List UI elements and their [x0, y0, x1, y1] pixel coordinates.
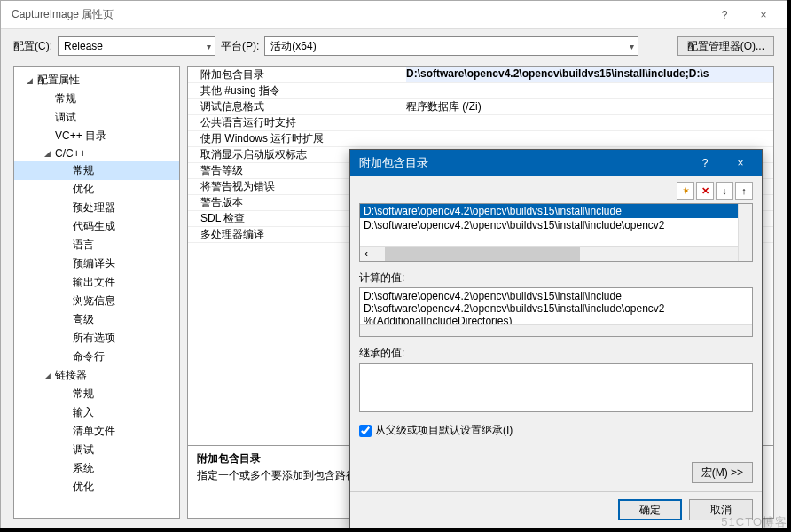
modal-footer: 确定 取消: [350, 491, 762, 528]
inherit-label: 从父级或项目默认设置继承(I): [375, 423, 513, 438]
tree-item[interactable]: 浏览信息: [14, 292, 179, 310]
inherited-label: 继承的值:: [359, 346, 753, 361]
chevron-down-icon: ▾: [630, 42, 634, 51]
move-down-icon[interactable]: ↓: [716, 182, 733, 200]
grid-row[interactable]: 附加包含目录D:\software\opencv4.2\opencv\build…: [188, 67, 773, 83]
chevron-down-icon: ▾: [207, 42, 211, 51]
calculated-box: D:\software\opencv4.2\opencv\buildvs15\i…: [359, 287, 753, 337]
grid-row[interactable]: 其他 #using 指令: [188, 83, 773, 99]
hscrollbar[interactable]: ‹: [360, 246, 738, 261]
grid-row[interactable]: 使用 Windows 运行时扩展: [188, 131, 773, 147]
tree-item[interactable]: VC++ 目录: [14, 127, 179, 145]
tree-item[interactable]: 高级: [14, 310, 179, 329]
tree-item[interactable]: 调试: [14, 108, 179, 127]
grid-value[interactable]: [406, 83, 773, 98]
additional-include-dialog: 附加包含目录 ? × ✶ ✕ ↓ ↑ D:\software\opencv4.2…: [349, 149, 763, 528]
grid-key: 附加包含目录: [188, 67, 406, 82]
grid-key: 公共语言运行时支持: [188, 115, 406, 130]
paths-listbox[interactable]: D:\software\opencv4.2\opencv\buildvs15\i…: [359, 203, 753, 262]
config-value: Release: [64, 40, 103, 52]
tree-item[interactable]: 清单文件: [14, 422, 179, 441]
config-combo[interactable]: Release ▾: [58, 36, 215, 56]
collapse-icon: ◢: [27, 76, 37, 85]
config-label: 配置(C):: [13, 39, 52, 54]
tree-item[interactable]: 优化: [14, 180, 179, 199]
tree-item[interactable]: 常规: [14, 161, 179, 180]
toolbar: 配置(C): Release ▾ 平台(P): 活动(x64) ▾ 配置管理器(…: [1, 29, 787, 63]
tree-item[interactable]: 优化: [14, 478, 179, 497]
tree-item[interactable]: ◢链接器: [14, 366, 179, 385]
list-item[interactable]: D:\software\opencv4.2\opencv\buildvs15\i…: [360, 204, 752, 218]
platform-value: 活动(x64): [270, 39, 316, 54]
tree-item[interactable]: 预编译头: [14, 254, 179, 273]
nav-tree[interactable]: ◢配置属性 常规调试VC++ 目录◢C/C++常规优化预处理器代码生成语言预编译…: [13, 66, 180, 519]
tree-item[interactable]: 系统: [14, 459, 179, 478]
collapse-icon: ◢: [44, 149, 55, 158]
grid-value[interactable]: D:\software\opencv4.2\opencv\buildvs15\i…: [406, 67, 773, 82]
calc-item: D:\software\opencv4.2\opencv\buildvs15\i…: [364, 302, 748, 315]
delete-icon[interactable]: ✕: [696, 182, 714, 200]
window-title: CaptureImage 属性页: [12, 7, 705, 22]
move-up-icon[interactable]: ↑: [735, 182, 753, 200]
ok-button[interactable]: 确定: [618, 499, 682, 520]
platform-combo[interactable]: 活动(x64) ▾: [264, 36, 638, 56]
help-button[interactable]: ?: [705, 2, 744, 28]
titlebar: CaptureImage 属性页 ? ×: [1, 1, 787, 29]
grid-key: 调试信息格式: [188, 99, 406, 114]
grid-value[interactable]: [406, 115, 773, 130]
new-line-icon[interactable]: ✶: [677, 182, 694, 200]
inherit-checkbox-row: 从父级或项目默认设置继承(I): [359, 423, 753, 438]
platform-label: 平台(P):: [221, 39, 259, 54]
modal-help-button[interactable]: ?: [687, 151, 723, 176]
calc-item: D:\software\opencv4.2\opencv\buildvs15\i…: [364, 290, 748, 302]
grid-value[interactable]: [406, 131, 773, 146]
inherit-checkbox[interactable]: [359, 425, 372, 437]
inherited-box: [359, 363, 753, 412]
vscrollbar[interactable]: [738, 204, 752, 261]
hscrollbar[interactable]: [360, 324, 752, 336]
modal-close-button[interactable]: ×: [723, 151, 758, 176]
tree-item[interactable]: 常规: [14, 90, 179, 108]
tree-item[interactable]: ◢C/C++: [14, 145, 179, 161]
grid-key: 使用 Windows 运行时扩展: [188, 131, 406, 146]
modal-title: 附加包含目录: [359, 155, 687, 171]
tree-item[interactable]: 输出文件: [14, 273, 179, 292]
collapse-icon: ◢: [44, 372, 55, 380]
modal-titlebar: 附加包含目录 ? ×: [350, 150, 762, 176]
list-toolbar: ✶ ✕ ↓ ↑: [359, 182, 753, 200]
tree-item[interactable]: 语言: [14, 236, 179, 254]
modal-body: ✶ ✕ ↓ ↑ D:\software\opencv4.2\opencv\bui…: [350, 176, 762, 491]
tree-item[interactable]: 代码生成: [14, 217, 179, 236]
calculated-label: 计算的值:: [359, 270, 753, 286]
macro-button[interactable]: 宏(M) >>: [692, 462, 753, 483]
tree-item[interactable]: 预处理器: [14, 199, 179, 217]
close-button[interactable]: ×: [744, 2, 783, 28]
grid-key: 其他 #using 指令: [188, 83, 406, 98]
tree-item[interactable]: 调试: [14, 441, 179, 459]
grid-row[interactable]: 调试信息格式程序数据库 (/Zi): [188, 99, 773, 115]
tree-item[interactable]: 所有选项: [14, 329, 179, 348]
tree-item[interactable]: 常规: [14, 385, 179, 403]
watermark: 51CTO博客: [721, 514, 787, 530]
grid-row[interactable]: 公共语言运行时支持: [188, 115, 773, 131]
tree-root[interactable]: ◢配置属性: [14, 71, 179, 90]
config-manager-button[interactable]: 配置管理器(O)...: [677, 36, 774, 56]
tree-item[interactable]: 命令行: [14, 348, 179, 366]
list-item[interactable]: D:\software\opencv4.2\opencv\buildvs15\i…: [360, 218, 752, 232]
grid-value[interactable]: 程序数据库 (/Zi): [406, 99, 773, 114]
tree-item[interactable]: 输入: [14, 403, 179, 422]
